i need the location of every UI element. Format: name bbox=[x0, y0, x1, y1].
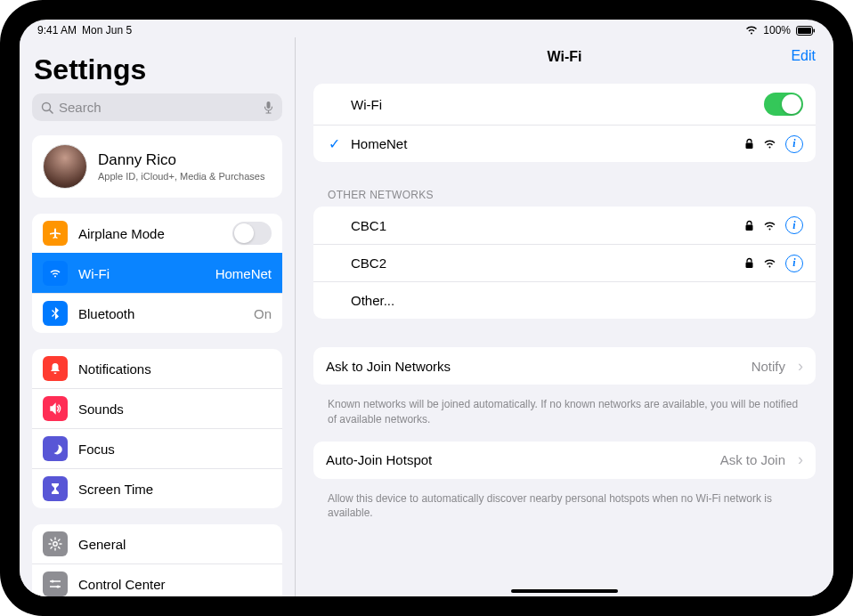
sidebar[interactable]: Settings Search Danny Rico bbox=[20, 37, 296, 596]
sliders-icon bbox=[43, 571, 68, 596]
ask-to-join-footer: Known networks will be joined automatica… bbox=[313, 392, 816, 442]
avatar bbox=[43, 144, 87, 189]
chevron-right-icon: › bbox=[798, 357, 803, 376]
signal-icon bbox=[763, 139, 776, 149]
sidebar-item-label: Sounds bbox=[78, 401, 272, 417]
sidebar-item-general[interactable]: General bbox=[32, 524, 282, 563]
lock-icon bbox=[744, 257, 754, 269]
search-placeholder: Search bbox=[59, 100, 264, 115]
svg-rect-5 bbox=[267, 101, 271, 109]
lock-icon bbox=[744, 138, 754, 150]
svg-rect-15 bbox=[746, 263, 753, 269]
home-indicator[interactable] bbox=[511, 589, 618, 593]
status-bar: 9:41 AM Mon Jun 5 100% bbox=[20, 20, 833, 37]
sidebar-item-value: HomeNet bbox=[215, 266, 272, 281]
sidebar-item-airplane-mode[interactable]: Airplane Mode bbox=[32, 214, 282, 253]
sidebar-item-notifications[interactable]: Notifications bbox=[32, 349, 282, 388]
info-button[interactable]: i bbox=[785, 135, 803, 153]
detail-pane: Wi-Fi Edit Wi-Fi ✓ HomeNet bbox=[296, 37, 833, 596]
checkmark-icon: ✓ bbox=[326, 135, 342, 152]
mic-icon[interactable] bbox=[264, 101, 273, 115]
profile-subtitle: Apple ID, iCloud+, Media & Purchases bbox=[98, 171, 264, 182]
wifi-status-icon bbox=[745, 26, 758, 35]
sidebar-item-value: On bbox=[254, 306, 272, 321]
sidebar-item-label: Screen Time bbox=[78, 482, 272, 497]
search-input[interactable]: Search bbox=[32, 93, 282, 121]
sidebar-item-label: Focus bbox=[78, 442, 272, 457]
sidebar-item-label: Airplane Mode bbox=[78, 226, 222, 241]
wifi-toggle-label: Wi-Fi bbox=[351, 97, 755, 112]
status-time: 9:41 AM bbox=[37, 24, 77, 36]
network-row[interactable]: CBC2 i bbox=[313, 244, 816, 281]
auto-join-footer: Allow this device to automatically disco… bbox=[313, 486, 816, 536]
svg-point-6 bbox=[53, 542, 57, 546]
hourglass-icon bbox=[43, 476, 68, 501]
ask-to-join-label: Ask to Join Networks bbox=[326, 359, 743, 374]
wifi-icon bbox=[43, 261, 68, 286]
svg-line-4 bbox=[50, 109, 53, 113]
sidebar-item-label: Notifications bbox=[78, 361, 272, 377]
svg-rect-13 bbox=[746, 143, 753, 150]
battery-icon bbox=[796, 26, 816, 36]
airplane-icon bbox=[43, 221, 68, 246]
sidebar-item-screen-time[interactable]: Screen Time bbox=[32, 468, 282, 508]
network-row[interactable]: CBC1 i bbox=[313, 207, 816, 244]
edit-button[interactable]: Edit bbox=[791, 48, 816, 64]
sidebar-item-label: Wi-Fi bbox=[78, 266, 205, 281]
status-date: Mon Jun 5 bbox=[82, 24, 132, 36]
battery-percent: 100% bbox=[763, 24, 791, 36]
auto-join-value: Ask to Join bbox=[720, 452, 785, 467]
lock-icon bbox=[744, 220, 754, 231]
network-name: CBC1 bbox=[351, 218, 735, 233]
apple-id-card[interactable]: Danny Rico Apple ID, iCloud+, Media & Pu… bbox=[32, 135, 282, 198]
signal-icon bbox=[763, 221, 776, 231]
ask-to-join-row[interactable]: Ask to Join Networks Notify › bbox=[313, 347, 816, 385]
chevron-right-icon: › bbox=[798, 450, 803, 469]
search-icon bbox=[41, 101, 53, 114]
wifi-toggle[interactable] bbox=[764, 93, 803, 116]
other-networks-header: Other Networks bbox=[313, 169, 816, 207]
auto-join-hotspot-row[interactable]: Auto-Join Hotspot Ask to Join › bbox=[313, 442, 816, 479]
other-label: Other... bbox=[351, 293, 803, 308]
connected-network-row[interactable]: ✓ HomeNet i bbox=[313, 125, 816, 162]
svg-rect-14 bbox=[746, 224, 753, 231]
wifi-toggle-row[interactable]: Wi-Fi bbox=[313, 84, 816, 125]
speaker-icon bbox=[43, 396, 68, 421]
bluetooth-icon bbox=[43, 301, 68, 326]
bell-icon bbox=[43, 356, 68, 381]
ask-to-join-value: Notify bbox=[751, 359, 785, 374]
svg-rect-1 bbox=[798, 28, 811, 34]
info-button[interactable]: i bbox=[785, 216, 803, 234]
svg-rect-2 bbox=[814, 28, 816, 32]
page-title: Settings bbox=[34, 53, 280, 86]
sidebar-item-bluetooth[interactable]: Bluetooth On bbox=[32, 293, 282, 333]
profile-name: Danny Rico bbox=[98, 151, 264, 169]
sidebar-item-label: Control Center bbox=[78, 577, 272, 592]
info-button[interactable]: i bbox=[785, 255, 803, 272]
connected-network-name: HomeNet bbox=[351, 136, 735, 151]
moon-icon bbox=[43, 436, 68, 461]
sidebar-item-focus[interactable]: Focus bbox=[32, 428, 282, 468]
detail-title: Wi-Fi bbox=[548, 49, 582, 65]
sidebar-item-control-center[interactable]: Control Center bbox=[32, 563, 282, 596]
sidebar-item-wifi[interactable]: Wi-Fi HomeNet bbox=[32, 253, 282, 293]
sidebar-item-label: Bluetooth bbox=[78, 306, 243, 321]
network-name: CBC2 bbox=[351, 255, 735, 271]
sidebar-item-sounds[interactable]: Sounds bbox=[32, 388, 282, 428]
sidebar-item-label: General bbox=[78, 537, 272, 552]
auto-join-label: Auto-Join Hotspot bbox=[326, 452, 711, 467]
gear-icon bbox=[43, 531, 68, 556]
other-network-row[interactable]: Other... bbox=[313, 281, 816, 319]
airplane-mode-toggle[interactable] bbox=[232, 222, 272, 245]
signal-icon bbox=[763, 258, 776, 268]
